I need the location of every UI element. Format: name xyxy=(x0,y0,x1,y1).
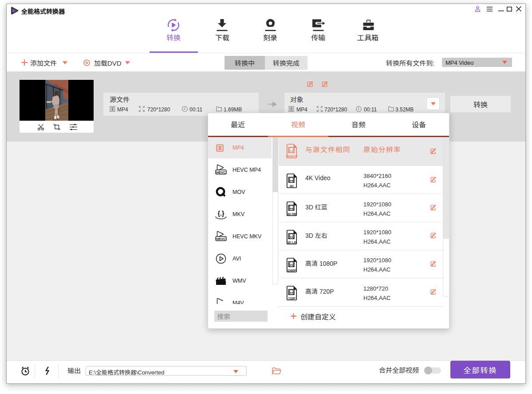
svg-text:{.}: {.} xyxy=(218,210,225,217)
